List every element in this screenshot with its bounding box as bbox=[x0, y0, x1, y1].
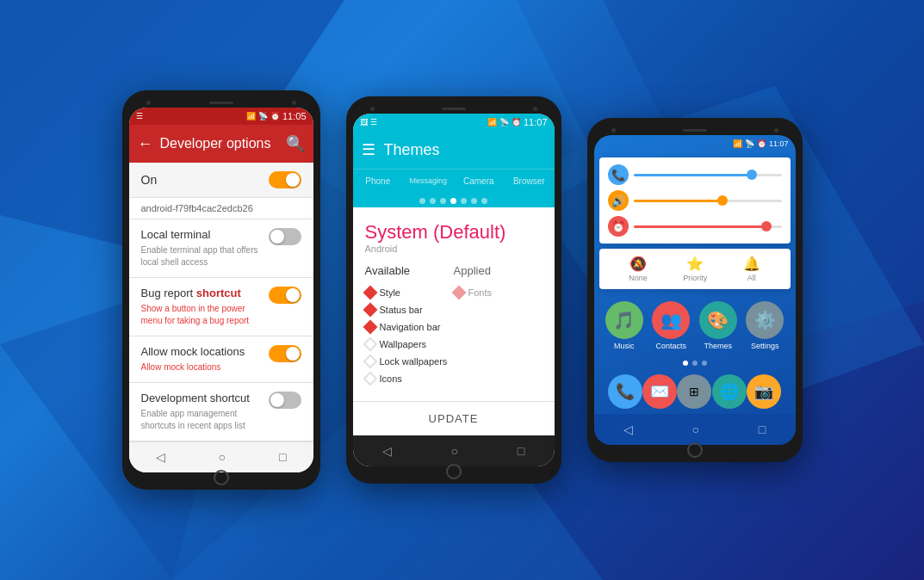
notif-none-icon: 🔕 bbox=[629, 256, 647, 272]
dock-camera[interactable]: 📷 bbox=[747, 374, 781, 409]
search-icon[interactable]: 🔍 bbox=[286, 134, 305, 153]
music-icon: 🎵 bbox=[605, 301, 643, 339]
local-terminal-item[interactable]: Local terminal Enable terminal app that … bbox=[129, 219, 313, 278]
main-toggle-row[interactable]: On bbox=[129, 163, 313, 198]
tab-bar: Phone Messaging Camera Browser bbox=[353, 169, 555, 193]
theme-navbar[interactable]: Navigation bar bbox=[365, 318, 454, 336]
main-toggle[interactable] bbox=[269, 171, 301, 188]
dot-7 bbox=[481, 198, 487, 204]
home-nav-2[interactable]: ○ bbox=[451, 444, 458, 458]
back-nav-3[interactable]: ◁ bbox=[623, 423, 633, 436]
themes-icon: 🎨 bbox=[699, 301, 737, 339]
theme-fonts[interactable]: Fonts bbox=[454, 284, 543, 301]
dev-shortcut-toggle[interactable] bbox=[269, 392, 301, 409]
bug-report-item[interactable]: Bug report shortcut Show a button in the… bbox=[129, 278, 313, 336]
diamond-navbar bbox=[363, 320, 377, 335]
back-nav-2[interactable]: ◁ bbox=[382, 444, 392, 458]
tab-phone[interactable]: Phone bbox=[353, 170, 404, 193]
vol-call-slider[interactable] bbox=[634, 174, 782, 176]
vol-media-icon: 🔊 bbox=[608, 190, 629, 211]
status-bar-1: ☰ 📶 📡 ⏰ 11:05 bbox=[129, 108, 313, 125]
mock-locations-title: Allow mock locations bbox=[141, 345, 262, 360]
tab-messaging[interactable]: Messaging bbox=[403, 170, 454, 193]
dot-4 bbox=[450, 198, 456, 204]
notif-priority-label: Priority bbox=[683, 274, 707, 282]
dots-indicator bbox=[353, 193, 555, 207]
tab-browser[interactable]: Browser bbox=[504, 170, 555, 193]
dev-shortcut-title: Development shortcut bbox=[141, 392, 262, 406]
home-nav-icon[interactable]: ○ bbox=[219, 450, 226, 464]
vol-alarm-icon: ⏰ bbox=[608, 216, 629, 237]
theme-icons[interactable]: Icons bbox=[365, 370, 454, 387]
vol-media-slider[interactable] bbox=[634, 200, 782, 202]
dot-3 bbox=[440, 198, 446, 204]
themes-title: Themes bbox=[384, 141, 440, 159]
theme-style[interactable]: Style bbox=[365, 284, 454, 301]
dock-email[interactable]: ✉️ bbox=[642, 374, 677, 409]
vol-call-icon: 📞 bbox=[608, 164, 629, 185]
local-terminal-desc: Enable terminal app that offers local sh… bbox=[141, 244, 262, 268]
diamond-wallpapers bbox=[363, 337, 377, 352]
volume-panel: 📞 🔊 ⏰ bbox=[599, 157, 791, 244]
volume-alarm: ⏰ bbox=[608, 216, 782, 237]
local-terminal-toggle[interactable] bbox=[269, 228, 301, 245]
notif-all[interactable]: 🔔 All bbox=[743, 256, 760, 282]
back-icon[interactable]: ← bbox=[138, 135, 153, 153]
phone2: 🖼 ☰ 📶 📡 ⏰ 11:07 ☰ Themes Phone Messaging… bbox=[346, 96, 561, 484]
volume-call: 📞 bbox=[608, 164, 782, 185]
dock-apps[interactable]: ⊞ bbox=[677, 374, 711, 409]
app-dock: 📞 ✉️ ⊞ 🌐 📷 bbox=[594, 369, 796, 414]
home-nav-3[interactable]: ○ bbox=[692, 423, 699, 436]
status-time-2: 11:07 bbox=[524, 117, 548, 127]
nav-bar-3: ◁ ○ □ bbox=[594, 414, 796, 445]
update-bar: UPDATE bbox=[353, 401, 555, 435]
page-dot-1 bbox=[683, 361, 688, 366]
recents-nav-icon[interactable]: □ bbox=[279, 450, 286, 464]
update-button[interactable]: UPDATE bbox=[429, 412, 479, 425]
menu-icon[interactable]: ☰ bbox=[362, 140, 375, 159]
dev-toolbar: ← Developer options 🔍 bbox=[129, 125, 313, 163]
dock-browser[interactable]: 🌐 bbox=[712, 374, 747, 409]
app-music[interactable]: 🎵 Music bbox=[605, 301, 645, 350]
bug-report-title: Bug report shortcut bbox=[141, 287, 262, 301]
diamond-statusbar bbox=[363, 303, 377, 318]
page-dot-3 bbox=[702, 361, 707, 366]
vol-alarm-slider[interactable] bbox=[634, 225, 782, 228]
phone1: ☰ 📶 📡 ⏰ 11:05 ← Developer options 🔍 On a… bbox=[122, 90, 320, 490]
theme-content: System (Default) Android Available Style… bbox=[353, 207, 555, 401]
dot-6 bbox=[471, 198, 477, 204]
status-time-1: 11:05 bbox=[282, 111, 307, 121]
app-contacts[interactable]: 👥 Contacts bbox=[651, 301, 691, 350]
mock-locations-item[interactable]: Allow mock locations Allow mock location… bbox=[129, 336, 313, 383]
recents-nav-2[interactable]: □ bbox=[518, 444, 524, 458]
theme-wallpapers[interactable]: Wallpapers bbox=[365, 336, 454, 353]
settings-label: Settings bbox=[751, 342, 779, 350]
themes-label: Themes bbox=[704, 342, 732, 350]
local-terminal-title: Local terminal bbox=[141, 228, 262, 243]
diamond-icons bbox=[363, 372, 377, 386]
android-id: android-f79fb4cac2edcb26 bbox=[129, 198, 313, 219]
applied-header: Applied bbox=[454, 264, 543, 277]
on-label: On bbox=[141, 173, 158, 187]
dot-1 bbox=[419, 198, 425, 204]
notif-priority[interactable]: ⭐ Priority bbox=[683, 256, 707, 282]
diamond-lockwall bbox=[363, 355, 377, 369]
dock-phone[interactable]: 📞 bbox=[608, 374, 642, 409]
mock-locations-toggle[interactable] bbox=[269, 345, 301, 362]
theme-statusbar[interactable]: Status bar bbox=[365, 301, 454, 318]
recents-nav-3[interactable]: □ bbox=[759, 423, 766, 436]
dev-shortcut-item[interactable]: Development shortcut Enable app manageme… bbox=[129, 383, 313, 441]
theme-lockwallpapers[interactable]: Lock wallpapers bbox=[365, 353, 454, 370]
page-dot-2 bbox=[692, 361, 698, 366]
status-time-3: 11:07 bbox=[769, 139, 789, 148]
notif-all-label: All bbox=[747, 274, 756, 282]
back-nav-icon[interactable]: ◁ bbox=[156, 450, 165, 464]
contacts-icon: 👥 bbox=[652, 301, 690, 339]
tab-camera[interactable]: Camera bbox=[454, 170, 505, 193]
app-settings[interactable]: ⚙️ Settings bbox=[745, 301, 785, 350]
volume-media: 🔊 bbox=[608, 190, 782, 211]
bug-report-toggle[interactable] bbox=[269, 287, 301, 304]
notif-all-icon: 🔔 bbox=[743, 256, 760, 272]
app-themes[interactable]: 🎨 Themes bbox=[698, 301, 739, 350]
notif-none[interactable]: 🔕 None bbox=[629, 256, 648, 282]
